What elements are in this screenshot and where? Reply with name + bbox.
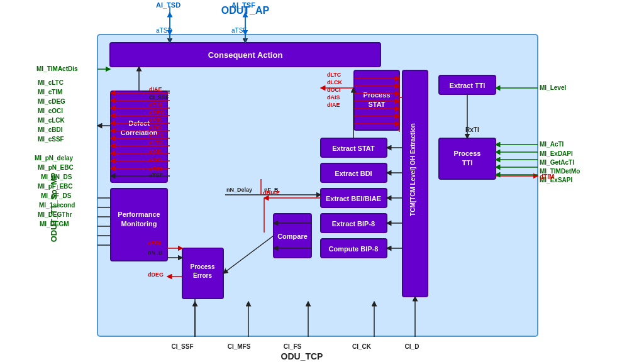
svg-line-91 [223, 236, 274, 273]
svg-rect-25 [274, 214, 311, 258]
dltc-label1: dLTC [149, 140, 164, 146]
svg-text:Compare: Compare [277, 233, 308, 240]
mi-exdapi-label: MI_ExDAPI [540, 150, 573, 157]
dltc-ps-label: dLTC [327, 72, 341, 78]
mi-ctim-label: MI_cTIM [38, 89, 62, 96]
mi-getacti-label: MI_GetAcTI [540, 159, 574, 166]
dlck-label1: dLCK [149, 132, 164, 138]
svg-text:Monitoring: Monitoring [121, 220, 157, 228]
mi-pn-ds-label: MI_pN_DS [41, 173, 72, 180]
mi-coci-label: MI_cOCI [38, 107, 63, 114]
mi-cdeg-label: MI_cDEG [38, 98, 65, 105]
mi-acti-label: MI_AcTI [540, 141, 564, 148]
svg-text:Errors: Errors [193, 272, 212, 279]
dais-label1: dAIS [149, 117, 162, 123]
ci-mfs-label: CI_MFS [228, 343, 251, 350]
svg-text:TCM[TCM Level] OH Extraction: TCM[TCM Level] OH Extraction [409, 123, 416, 216]
mi-timdetmo-label: MI_TIMDetMo [540, 168, 580, 175]
mi-degthr-label: MI_DEGThr [38, 211, 72, 218]
svg-text:Process: Process [364, 91, 391, 99]
mi-pn-ebc-label: MI_pN_EBC [38, 164, 74, 171]
ci-ssf-label1: CI_SSF [149, 94, 169, 101]
ai-tsd-label: AI_TSD [156, 1, 180, 9]
dbdi-label1: dBDI [149, 166, 162, 172]
diae-label1: dIAE [149, 86, 162, 92]
svg-rect-31 [439, 138, 496, 179]
svg-rect-29 [439, 75, 496, 94]
svg-rect-17 [321, 163, 387, 182]
doci-label2: dOCI [149, 157, 163, 163]
mi-pf-ds-label: MI_pF_DS [41, 192, 72, 199]
doci-label1: dOCI [149, 124, 163, 131]
svg-text:Extract BDI: Extract BDI [335, 170, 372, 177]
odut-tt-so-mp-label: ODUT_TT_So_MP [49, 172, 58, 242]
svg-rect-23 [321, 239, 387, 258]
svg-rect-19 [321, 189, 387, 207]
mi-timactdis-label: MI_TIMActDis [36, 65, 78, 72]
svg-rect-15 [321, 138, 387, 157]
nn-b-label: nN_B [148, 250, 163, 256]
mi-clck-label: MI_cLCK [38, 117, 65, 124]
svg-text:Correlation: Correlation [121, 129, 158, 136]
mi-pn-delay-label: MI_pN_delay [35, 155, 74, 162]
ddeg-label1: dDEG [149, 109, 165, 116]
mi-cssf-label: MI_cSSF [38, 136, 64, 143]
mi-pf-ebc-label: MI_pF_EBC [38, 183, 73, 190]
ddeg-out-label: dDEG [148, 272, 164, 278]
svg-text:Consequent Action: Consequent Action [208, 50, 283, 60]
diagram-svg: Consequent Action Defect Correlation Per… [0, 0, 644, 362]
ci-d-label: CI_D [405, 343, 419, 350]
svg-text:Process: Process [454, 150, 481, 157]
mi-exsapi-label: MI_ExSAPI [540, 177, 572, 184]
svg-text:Defect: Defect [128, 119, 150, 127]
svg-rect-6 [111, 189, 167, 261]
svg-rect-3 [111, 91, 167, 182]
top-label: ODUT_AP [221, 5, 270, 16]
mi-cbdi-label: MI_cBDI [38, 126, 63, 133]
svg-text:TTI: TTI [462, 159, 473, 167]
ci-ck-label: CI_CK [352, 343, 372, 350]
dbiae-label: dBIAE [263, 190, 280, 196]
dtim-right-label: dTIM [540, 173, 554, 180]
dlck-ps-label: dLCK [327, 79, 342, 85]
nn-delay-label: nN_Delay [226, 187, 252, 193]
svg-rect-21 [321, 214, 387, 233]
svg-rect-0 [97, 35, 538, 336]
ci-fs-label: CI_FS [284, 343, 302, 350]
ci-ssf-bottom-label: CI_SSF [171, 343, 193, 350]
svg-text:Extract BEI/BIAE: Extract BEI/BIAE [326, 195, 381, 202]
svg-rect-1 [110, 43, 380, 67]
svg-text:Extract TTI: Extract TTI [450, 82, 486, 89]
atsd-label: aTSD [156, 27, 172, 34]
mi-cltc-label: MI_cLTC [38, 79, 64, 86]
atsf-label2: aTSF [149, 172, 164, 178]
svg-text:Extract BIP-8: Extract BIP-8 [332, 220, 375, 228]
svg-text:Process: Process [191, 263, 215, 270]
dbdi-pm-label: dBDI [148, 240, 161, 246]
bottom-label: ODU_TCP [281, 351, 323, 361]
diae-ps-label: dIAE [327, 102, 340, 108]
dtim-label1: dTIM [149, 102, 162, 108]
svg-rect-27 [402, 70, 428, 297]
atsf-label: aTSF [231, 27, 247, 34]
doci-ps-label: dOCI [327, 87, 341, 93]
svg-rect-12 [354, 70, 399, 130]
svg-text:Performance: Performance [118, 211, 160, 218]
nf-b-label: nF_B [264, 187, 279, 193]
mi-1second-label: MI_1second [39, 202, 75, 209]
rxti-label: RxTI [465, 126, 479, 133]
dais-label2: dAIS [149, 148, 162, 155]
svg-text:STAT: STAT [368, 101, 385, 108]
diagram-container: Consequent Action Defect Correlation Per… [0, 0, 644, 362]
svg-text:Extract STAT: Extract STAT [332, 145, 375, 152]
mi-degm-label: MI_DEGM [40, 221, 69, 228]
svg-text:Compute BIP-8: Compute BIP-8 [329, 245, 379, 253]
ai-tsf-label: AI_TSF [231, 1, 255, 9]
svg-rect-9 [182, 248, 223, 299]
mi-level-label: MI_Level [540, 84, 566, 91]
dais-ps-label: dAIS [327, 94, 340, 101]
